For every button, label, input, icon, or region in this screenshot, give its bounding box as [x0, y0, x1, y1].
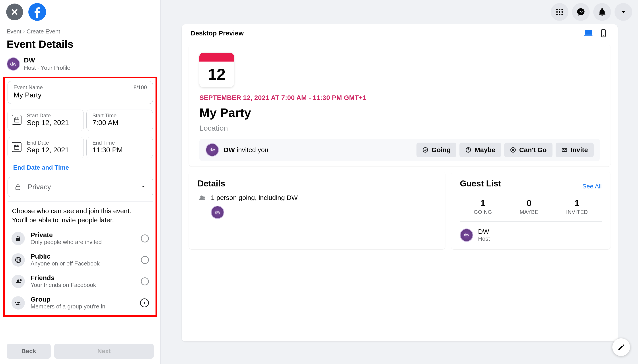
end-date-field[interactable]: End Date Sep 12, 2021 — [8, 137, 84, 158]
calendar-badge: 12 — [199, 53, 234, 87]
question-circle-icon — [465, 147, 471, 153]
start-date-field[interactable]: Start Date Sep 12, 2021 — [8, 110, 84, 131]
privacy-option-private[interactable]: PrivateOnly people who are invited — [11, 229, 150, 248]
host-avatar[interactable]: dw — [7, 57, 20, 71]
see-all-link[interactable]: See All — [582, 183, 602, 190]
guest-host-role: Host — [478, 235, 490, 242]
invite-text: DW invited you — [224, 146, 269, 154]
details-going-text: 1 person going, including DW — [211, 194, 298, 202]
chevron-right-icon[interactable] — [140, 298, 149, 307]
sidebar-footer-nav: Back Next — [0, 342, 160, 364]
globe-icon — [12, 253, 25, 266]
preview-header: Desktop Preview — [182, 24, 618, 38]
lock-icon — [15, 184, 22, 191]
messenger-button[interactable] — [572, 3, 590, 21]
rsvp-cant-go-button[interactable]: Can't Go — [504, 142, 552, 157]
facebook-logo[interactable] — [28, 3, 46, 21]
details-going-row: 1 person going, including DW — [198, 194, 436, 202]
privacy-option-subtitle: Your friends on Facebook — [31, 282, 135, 288]
minus-icon: – — [8, 164, 11, 171]
guest-list-card: Guest List See All 1GOING 0MAYBE 1INVITE… — [451, 172, 610, 249]
privacy-selector[interactable]: Privacy — [8, 177, 153, 197]
svg-point-5 — [561, 9, 563, 10]
end-toggle-label: End Date and Time — [13, 164, 69, 171]
desktop-preview-toggle[interactable] — [583, 29, 594, 38]
svg-rect-1 — [15, 145, 19, 149]
event-name-count: 8/100 — [134, 84, 147, 90]
start-time-value: 7:00 AM — [92, 119, 147, 127]
svg-point-10 — [559, 14, 560, 15]
messenger-icon — [576, 8, 585, 16]
rsvp-maybe-button[interactable]: Maybe — [459, 142, 501, 157]
preview-label: Desktop Preview — [191, 30, 244, 37]
guest-host-row[interactable]: dw DWHost — [460, 222, 602, 242]
svg-point-13 — [603, 36, 604, 36]
mobile-preview-toggle[interactable] — [598, 29, 609, 38]
invite-button[interactable]: Invite — [555, 142, 594, 157]
privacy-option-title: Private — [31, 231, 135, 239]
privacy-option-title: Group — [31, 296, 134, 303]
breadcrumb: Event › Create Event — [7, 28, 154, 35]
privacy-option-friends[interactable]: FriendsYour friends on Facebook — [11, 272, 150, 291]
svg-rect-0 — [15, 118, 19, 122]
calendar-strip — [199, 53, 234, 62]
svg-point-7 — [559, 11, 560, 13]
event-form: Event Name 8/100 My Party Start Date Sep… — [3, 76, 157, 317]
apps-menu-button[interactable] — [551, 3, 568, 21]
compose-fab[interactable] — [612, 338, 630, 356]
privacy-option-subtitle: Anyone on or off Facebook — [31, 260, 135, 267]
next-button[interactable]: Next — [54, 344, 154, 359]
privacy-option-title: Friends — [31, 274, 135, 282]
event-name: My Party — [199, 106, 600, 120]
close-button[interactable] — [6, 4, 23, 20]
radio-icon[interactable] — [141, 278, 149, 286]
invite-bar: dw DW invited you Going Maybe Can't Go I… — [199, 138, 600, 161]
x-circle-icon — [510, 147, 516, 153]
end-time-field[interactable]: End Time 11:30 PM — [86, 137, 153, 158]
preview-columns: Details 1 person going, including DW dw … — [189, 172, 610, 249]
svg-point-3 — [556, 9, 558, 10]
svg-point-4 — [559, 9, 560, 10]
privacy-option-group[interactable]: GroupMembers of a group you're in — [11, 293, 150, 312]
mobile-icon — [599, 29, 608, 38]
radio-icon[interactable] — [141, 234, 149, 242]
start-datetime-row: Start Date Sep 12, 2021 Start Time 7:00 … — [8, 110, 153, 131]
breadcrumb-leaf: Create Event — [27, 28, 60, 35]
end-datetime-row: End Date Sep 12, 2021 End Time 11:30 PM — [8, 137, 153, 158]
check-circle-icon — [422, 147, 428, 153]
lock-icon — [12, 232, 25, 245]
remove-end-datetime-toggle[interactable]: – End Date and Time — [8, 164, 153, 171]
start-time-field[interactable]: Start Time 7:00 AM — [86, 110, 153, 131]
event-location-placeholder: Location — [199, 124, 600, 132]
guest-host-name: DW — [478, 228, 490, 235]
attendee-avatar[interactable]: dw — [211, 206, 224, 219]
event-name-field[interactable]: Event Name 8/100 My Party — [8, 81, 153, 104]
edit-icon — [617, 343, 625, 352]
details-heading: Details — [198, 179, 436, 188]
create-event-sidebar: Event › Create Event Event Details dw DW… — [0, 0, 161, 364]
breadcrumb-root[interactable]: Event — [7, 28, 22, 35]
end-date-label: End Date — [27, 140, 69, 146]
breadcrumb-sep: › — [23, 28, 25, 35]
inviter-avatar: dw — [206, 143, 219, 156]
start-date-value: Sep 12, 2021 — [27, 119, 69, 127]
desktop-icon — [584, 29, 593, 38]
rsvp-buttons: Going Maybe Can't Go Invite — [416, 142, 594, 157]
host-row: dw DW Host - Your Profile — [7, 56, 154, 71]
host-name: DW — [24, 56, 71, 64]
calendar-icon — [12, 115, 22, 125]
svg-point-8 — [561, 11, 563, 13]
account-menu-button[interactable] — [614, 3, 632, 21]
back-button[interactable]: Back — [7, 344, 51, 359]
count-maybe: 0MAYBE — [520, 198, 538, 215]
grid-icon — [555, 8, 564, 16]
end-date-value: Sep 12, 2021 — [27, 146, 69, 154]
radio-icon[interactable] — [141, 256, 149, 264]
privacy-option-public[interactable]: PublicAnyone on or off Facebook — [11, 250, 150, 269]
notifications-button[interactable] — [593, 3, 611, 21]
rsvp-going-button[interactable]: Going — [416, 142, 457, 157]
close-icon — [10, 8, 19, 16]
event-name-value: My Party — [14, 91, 147, 99]
caret-down-icon — [141, 184, 146, 190]
privacy-option-title: Public — [31, 253, 135, 260]
